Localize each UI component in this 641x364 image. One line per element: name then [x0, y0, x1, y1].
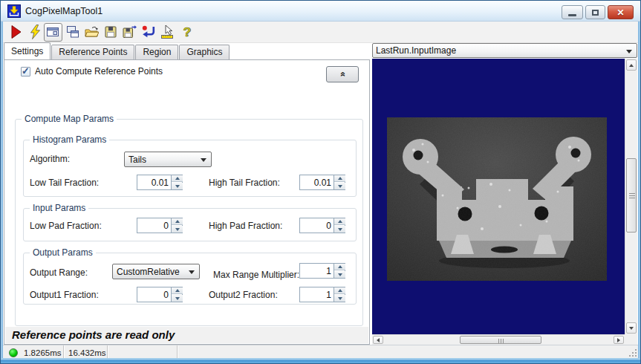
thumb-grip — [629, 193, 635, 194]
image-canvas[interactable] — [372, 59, 625, 334]
chevron-up-icon — [338, 289, 342, 292]
save-icon[interactable] — [103, 25, 118, 39]
chevron-down-icon — [626, 50, 632, 53]
chevron-up-icon — [338, 265, 342, 268]
chevron-down-icon — [338, 297, 342, 300]
auto-compute-label: Auto Compute Reference Points — [35, 66, 163, 77]
chevron-up-icon — [175, 177, 180, 180]
maximize-icon — [592, 10, 599, 16]
help-icon[interactable]: ? ? — [179, 25, 194, 39]
tab-region[interactable]: Region — [135, 45, 178, 59]
spin-down-button[interactable] — [172, 295, 183, 302]
spinner-buttons — [333, 287, 345, 302]
vertical-scrollbar[interactable] — [625, 59, 637, 334]
chevron-up-icon — [338, 220, 342, 223]
low-tail-fraction-label: Low Tail Fraction: — [30, 178, 99, 188]
group-caption: Output Params — [30, 247, 96, 258]
spin-up-button[interactable] — [334, 264, 345, 270]
output1-fraction-input[interactable] — [137, 287, 170, 302]
floating-display-icon[interactable] — [65, 25, 80, 39]
high-pad-fraction-label: High Pad Fraction: — [209, 221, 282, 231]
arrow-left-icon — [377, 338, 380, 342]
output1-fraction-label: Output1 Fraction: — [30, 290, 99, 300]
vertical-scroll-thumb[interactable] — [626, 158, 637, 233]
algorithm-select[interactable]: Tails — [124, 152, 212, 167]
scroll-up-button[interactable] — [626, 59, 637, 71]
output2-fraction-spinner[interactable] — [299, 287, 345, 302]
tab-graphics[interactable]: Graphics — [179, 45, 230, 59]
spin-down-button[interactable] — [172, 226, 183, 233]
open-file-icon[interactable] — [84, 25, 99, 39]
tab-settings[interactable]: Settings — [4, 42, 51, 59]
close-icon: ✕ — [616, 7, 624, 18]
spin-up-button[interactable] — [334, 287, 345, 294]
electric-run-icon[interactable] — [28, 25, 43, 39]
status-green-indicator — [9, 348, 18, 357]
local-display-icon — [45, 25, 60, 39]
reset-icon[interactable] — [141, 25, 156, 39]
horizontal-scrollbar[interactable] — [372, 334, 625, 345]
low-pad-fraction-input[interactable] — [137, 218, 170, 233]
spin-down-button[interactable] — [334, 271, 345, 278]
spin-up-button[interactable] — [172, 287, 183, 294]
check-icon: ✓ — [22, 65, 30, 77]
status-bar: 1.8265ms 16.432ms — [3, 345, 640, 360]
save-as-icon[interactable] — [122, 25, 137, 39]
low-pad-fraction-spinner[interactable] — [137, 218, 183, 233]
spin-down-button[interactable] — [334, 183, 345, 189]
high-tail-fraction-input[interactable] — [300, 175, 333, 189]
spin-up-button[interactable] — [172, 175, 183, 182]
algorithm-value: Tails — [128, 152, 146, 167]
spin-down-button[interactable] — [334, 295, 345, 302]
chevron-down-icon — [175, 228, 180, 231]
spin-down-button[interactable] — [334, 226, 345, 233]
output1-fraction-spinner[interactable] — [137, 287, 183, 302]
spin-up-button[interactable] — [172, 218, 183, 225]
tab-strip: Settings Reference Points Region Graphic… — [4, 43, 230, 59]
minimize-button[interactable] — [562, 5, 583, 19]
spin-up-button[interactable] — [334, 175, 345, 182]
tab-label: Settings — [11, 46, 43, 56]
tab-label: Reference Points — [59, 47, 127, 57]
spin-up-button[interactable] — [334, 218, 345, 225]
title-bar[interactable]: CogPixelMapTool1 ✕ — [1, 1, 641, 22]
display-image-value: LastRun.InputImage — [376, 44, 456, 58]
high-pad-fraction-spinner[interactable] — [299, 218, 345, 233]
resize-grip-icon[interactable] — [628, 348, 638, 358]
low-tail-fraction-input[interactable] — [137, 175, 170, 189]
high-tail-fraction-label: High Tail Fraction: — [209, 178, 280, 188]
arrow-right-icon — [617, 338, 620, 342]
scroll-right-button[interactable] — [614, 336, 624, 344]
spinner-buttons — [333, 218, 345, 233]
run-icon[interactable] — [9, 25, 24, 39]
local-display-button[interactable] — [44, 23, 62, 42]
close-button[interactable]: ✕ — [608, 5, 634, 19]
group-caption: Histogram Params — [30, 134, 109, 145]
output2-fraction-input[interactable] — [300, 287, 333, 302]
scroll-left-button[interactable] — [373, 336, 383, 344]
window-border-right — [638, 22, 640, 358]
maximize-button[interactable] — [585, 5, 605, 19]
spinner-buttons — [171, 218, 182, 233]
horizontal-scroll-thumb[interactable] — [460, 336, 541, 344]
max-range-multiplier-spinner[interactable] — [299, 263, 345, 279]
collapse-chevrons-icon: » — [335, 72, 350, 77]
auto-compute-checkbox[interactable]: ✓ — [21, 67, 30, 77]
max-range-multiplier-input[interactable] — [300, 264, 333, 278]
tab-label: Graphics — [186, 47, 222, 57]
chevron-up-icon — [175, 289, 180, 292]
low-tail-fraction-spinner[interactable] — [137, 175, 183, 190]
high-pad-fraction-input[interactable] — [300, 218, 333, 233]
window-border-left — [1, 22, 3, 358]
output2-fraction-label: Output2 Fraction: — [209, 290, 278, 300]
high-tail-fraction-spinner[interactable] — [299, 175, 345, 190]
group-caption: Input Params — [30, 203, 88, 213]
display-image-select[interactable]: LastRun.InputImage — [372, 43, 637, 58]
record-display-icon[interactable] — [160, 25, 175, 39]
tab-reference-points[interactable]: Reference Points — [51, 45, 134, 59]
collapse-panel-button[interactable]: » — [326, 66, 359, 82]
scroll-down-button[interactable] — [626, 322, 637, 334]
app-icon — [7, 4, 21, 18]
output-range-select[interactable]: CustomRelative — [112, 264, 200, 279]
spin-down-button[interactable] — [172, 183, 183, 189]
